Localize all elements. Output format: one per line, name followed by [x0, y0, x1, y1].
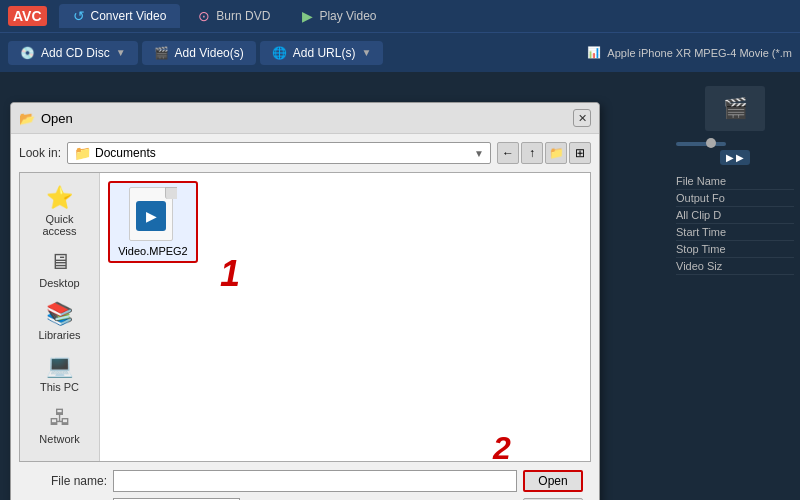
desktop-label: Desktop — [39, 277, 79, 289]
dialog-bottom: File name: 2 Open Files of type: — [19, 462, 591, 500]
libraries-icon: 📚 — [46, 301, 73, 327]
tab-play-video-label: Play Video — [319, 9, 376, 23]
slider-row — [676, 138, 794, 150]
nav-item-this-pc[interactable]: 💻 This PC — [24, 349, 96, 397]
file-name-label: File name: — [27, 474, 107, 488]
quick-access-label: Quick access — [30, 213, 90, 237]
dialog-folder-icon: 📂 — [19, 111, 35, 126]
app-background: 📂 Open ✕ Look in: 📁 Documents ▼ — [0, 72, 670, 500]
new-folder-button[interactable]: 📁 — [545, 142, 567, 164]
nav-item-quick-access[interactable]: ⭐ Quick access — [24, 181, 96, 241]
info-row-start-time: Start Time — [676, 224, 794, 241]
info-row-filename: File Name — [676, 173, 794, 190]
dialog-title-left: 📂 Open — [19, 111, 73, 126]
dialog-titlebar: 📂 Open ✕ — [11, 103, 599, 134]
this-pc-label: This PC — [40, 381, 79, 393]
open-button[interactable]: Open — [523, 470, 583, 492]
tab-burn-dvd-label: Burn DVD — [216, 9, 270, 23]
toolbar: 💿 Add CD Disc ▼ 🎬 Add Video(s) 🌐 Add URL… — [0, 32, 800, 72]
file-item-video[interactable]: ▶ Video.MPEG2 — [108, 181, 198, 263]
desktop-icon: 🖥 — [49, 249, 71, 275]
play-small-button[interactable]: ▶ ▶ — [720, 150, 751, 165]
add-cd-arrow-icon: ▼ — [116, 47, 126, 58]
back-button[interactable]: ← — [497, 142, 519, 164]
nav-item-libraries[interactable]: 📚 Libraries — [24, 297, 96, 345]
tab-convert-video[interactable]: ↺ Convert Video — [59, 4, 181, 28]
quick-access-icon: ⭐ — [46, 185, 73, 211]
dialog-close-button[interactable]: ✕ — [573, 109, 591, 127]
cd-icon: 💿 — [20, 46, 35, 60]
convert-icon: ↺ — [73, 8, 85, 24]
dialog-title: Open — [41, 111, 73, 126]
step-1-annotation: 1 — [220, 253, 240, 295]
look-in-row: Look in: 📁 Documents ▼ ← ↑ 📁 ⊞ — [19, 142, 591, 164]
info-row-video-size: Video Siz — [676, 258, 794, 275]
playback-controls: ▶ ▶ — [676, 150, 794, 165]
this-pc-icon: 💻 — [46, 353, 73, 379]
open-dialog: 📂 Open ✕ Look in: 📁 Documents ▼ — [10, 102, 600, 500]
add-url-arrow-icon: ▼ — [361, 47, 371, 58]
look-in-select[interactable]: 📁 Documents ▼ — [67, 142, 491, 164]
tab-burn-dvd[interactable]: ⊙ Burn DVD — [184, 4, 284, 28]
tab-convert-video-label: Convert Video — [91, 9, 167, 23]
title-bar: AVC ↺ Convert Video ⊙ Burn DVD ▶ Play Vi… — [0, 0, 800, 32]
file-grid[interactable]: 1 ▶ Video.MPEG2 — [100, 173, 590, 461]
doc-play-icon: ▶ — [136, 201, 166, 231]
add-video-button[interactable]: 🎬 Add Video(s) — [142, 41, 256, 65]
up-button[interactable]: ↑ — [521, 142, 543, 164]
file-name-label: Video.MPEG2 — [118, 245, 188, 257]
libraries-label: Libraries — [38, 329, 80, 341]
add-url-label: Add URL(s) — [293, 46, 356, 60]
dialog-body: Look in: 📁 Documents ▼ ← ↑ 📁 ⊞ — [11, 134, 599, 500]
sidebar-nav: ⭐ Quick access 🖥 Desktop 📚 Libraries — [20, 173, 100, 461]
dialog-overlay: 📂 Open ✕ Look in: 📁 Documents ▼ — [0, 72, 670, 500]
step2-container: 2 Open — [523, 470, 583, 492]
main-area: 📂 Open ✕ Look in: 📁 Documents ▼ — [0, 72, 800, 500]
play-triangle-icon: ▶ — [146, 208, 157, 224]
nav-item-desktop[interactable]: 🖥 Desktop — [24, 245, 96, 293]
step-2-annotation: 2 — [493, 430, 511, 467]
add-cd-label: Add CD Disc — [41, 46, 110, 60]
add-url-button[interactable]: 🌐 Add URL(s) ▼ — [260, 41, 384, 65]
burn-icon: ⊙ — [198, 8, 210, 24]
look-in-arrow-icon: ▼ — [474, 148, 484, 159]
video-thumbnail: 🎬 — [705, 86, 765, 131]
thumbnail-area: 🎬 — [676, 78, 794, 138]
add-video-label: Add Video(s) — [175, 46, 244, 60]
app-logo: AVC — [8, 6, 47, 26]
info-row-clip-duration: All Clip D — [676, 207, 794, 224]
file-name-row: File name: 2 Open — [27, 470, 583, 492]
volume-slider-thumb[interactable] — [706, 138, 716, 148]
look-in-value: Documents — [95, 146, 474, 160]
tab-play-video[interactable]: ▶ Play Video — [288, 4, 390, 28]
volume-slider-track[interactable] — [676, 142, 726, 146]
profile-icon: 📊 — [587, 46, 601, 59]
network-icon: 🖧 — [49, 405, 71, 431]
add-cd-disc-button[interactable]: 💿 Add CD Disc ▼ — [8, 41, 138, 65]
play-icon: ▶ — [302, 8, 313, 24]
look-in-folder-icon: 📁 — [74, 145, 91, 161]
url-icon: 🌐 — [272, 46, 287, 60]
profile-display: 📊 Apple iPhone XR MPEG-4 Movie (*.m — [587, 46, 792, 59]
look-in-label: Look in: — [19, 146, 61, 160]
profile-label: Apple iPhone XR MPEG-4 Movie (*.m — [607, 47, 792, 59]
network-label: Network — [39, 433, 79, 445]
info-row-stop-time: Stop Time — [676, 241, 794, 258]
nav-item-network[interactable]: 🖧 Network — [24, 401, 96, 449]
view-button[interactable]: ⊞ — [569, 142, 591, 164]
add-video-icon: 🎬 — [154, 46, 169, 60]
info-panel: 🎬 ▶ ▶ File Name Output Fo All Clip D Sta… — [670, 72, 800, 500]
doc-fold — [165, 187, 177, 199]
dialog-content-area: ⭐ Quick access 🖥 Desktop 📚 Libraries — [19, 172, 591, 462]
file-name-input[interactable] — [113, 470, 517, 492]
file-icon-container: ▶ — [129, 187, 177, 243]
nav-buttons: ← ↑ 📁 ⊞ — [497, 142, 591, 164]
info-row-output: Output Fo — [676, 190, 794, 207]
